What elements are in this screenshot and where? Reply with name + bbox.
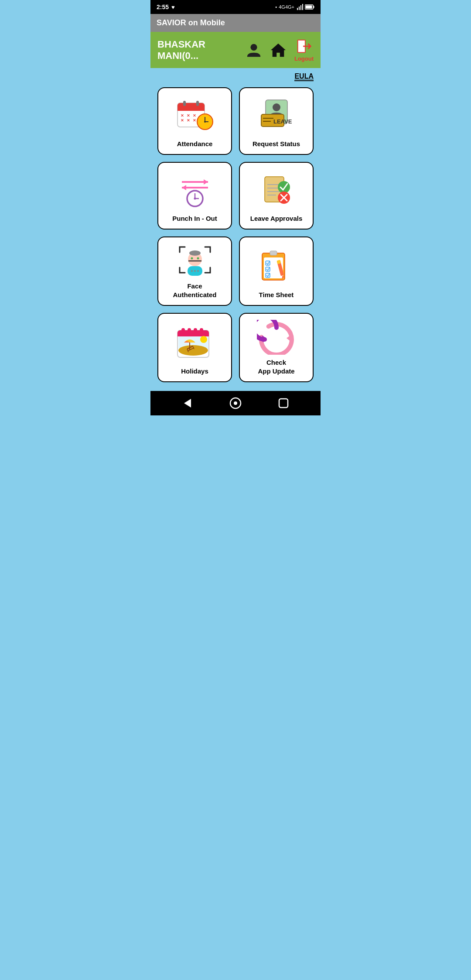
svg-marker-1 xyxy=(300,5,301,10)
svg-point-29 xyxy=(273,103,280,111)
svg-marker-2 xyxy=(299,7,300,10)
punch-in-out-icon-container xyxy=(163,169,227,211)
signal-strength: 4G4G+ xyxy=(279,4,294,10)
svg-point-7 xyxy=(250,44,257,50)
holidays-label: Holidays xyxy=(181,367,208,376)
svg-text:✕: ✕ xyxy=(193,118,196,123)
check-app-update-icon-container xyxy=(244,320,308,355)
eula-link[interactable]: EULA xyxy=(294,72,314,81)
leave-approvals-icon-container xyxy=(244,169,308,211)
svg-marker-0 xyxy=(302,4,303,10)
svg-rect-6 xyxy=(306,6,312,9)
svg-rect-74 xyxy=(194,328,197,333)
check-app-update-icon xyxy=(257,320,296,355)
main-content: EULA ✕ ✕ ✕ ✕ ✕ xyxy=(150,68,321,391)
menu-item-holidays[interactable]: Holidays xyxy=(157,313,232,382)
person-icon xyxy=(246,42,262,58)
menu-item-attendance[interactable]: ✕ ✕ ✕ ✕ ✕ ✕ Attendance xyxy=(157,87,232,155)
dot-indicator: • xyxy=(275,4,277,10)
back-button[interactable] xyxy=(181,397,194,409)
profile-button[interactable] xyxy=(246,42,262,58)
svg-rect-75 xyxy=(200,328,203,333)
home-nav-button[interactable] xyxy=(229,397,242,409)
attendance-icon: ✕ ✕ ✕ ✕ ✕ ✕ xyxy=(175,98,215,133)
svg-marker-8 xyxy=(271,43,286,56)
svg-rect-14 xyxy=(177,108,205,111)
leave-approvals-icon xyxy=(257,172,296,207)
logout-label: Logout xyxy=(294,55,314,62)
svg-text:✕: ✕ xyxy=(181,118,184,123)
leave-approvals-label: Leave Approvals xyxy=(250,214,303,223)
face-authenticated-label: Face Authenticated xyxy=(173,282,216,299)
time-display: 2:55 xyxy=(157,3,169,10)
menu-item-check-app-update[interactable]: Check App Update xyxy=(239,313,314,382)
status-bar: 2:55 ♥ • 4G4G+ xyxy=(150,0,321,14)
svg-rect-61 xyxy=(270,251,277,255)
svg-rect-15 xyxy=(183,101,186,106)
attendance-label: Attendance xyxy=(177,140,213,148)
heart-icon: ♥ xyxy=(171,4,175,10)
logout-button[interactable]: Logout xyxy=(294,38,314,62)
signal-icon xyxy=(296,4,303,10)
holidays-icon xyxy=(175,324,215,359)
punch-in-out-label: Punch In - Out xyxy=(172,214,217,223)
recents-icon xyxy=(277,397,290,409)
attendance-icon-container: ✕ ✕ ✕ ✕ ✕ ✕ xyxy=(163,94,227,136)
svg-point-56 xyxy=(189,250,201,256)
user-name: BHASKAR MANI(0... xyxy=(157,39,246,62)
holidays-icon-container xyxy=(163,320,227,363)
svg-text:✕: ✕ xyxy=(187,113,190,118)
svg-marker-35 xyxy=(204,179,208,185)
menu-item-punch-in-out[interactable]: Punch In - Out xyxy=(157,162,232,230)
bottom-nav xyxy=(150,391,321,415)
svg-point-54 xyxy=(197,270,199,272)
svg-point-53 xyxy=(194,270,196,272)
time-sheet-icon-container xyxy=(244,243,308,287)
svg-marker-86 xyxy=(184,399,191,408)
green-header: BHASKAR MANI(0... Logout xyxy=(150,32,321,68)
menu-grid: ✕ ✕ ✕ ✕ ✕ ✕ Attendance xyxy=(157,87,314,382)
status-left: 2:55 ♥ xyxy=(157,3,175,10)
face-authenticated-icon-container xyxy=(163,243,227,278)
svg-point-52 xyxy=(191,270,193,272)
check-app-update-label: Check App Update xyxy=(258,358,294,375)
app-title: SAVIOR on Mobile xyxy=(157,18,225,27)
svg-point-58 xyxy=(197,257,199,260)
status-right: • 4G4G+ xyxy=(275,4,314,10)
svg-rect-89 xyxy=(279,399,288,408)
time-sheet-icon xyxy=(257,248,296,283)
app-title-bar: SAVIOR on Mobile xyxy=(150,14,321,32)
menu-item-face-authenticated[interactable]: Face Authenticated xyxy=(157,236,232,306)
svg-marker-3 xyxy=(297,8,298,10)
back-icon xyxy=(181,397,194,409)
svg-rect-5 xyxy=(314,6,314,8)
svg-rect-73 xyxy=(188,328,191,333)
header-icons: Logout xyxy=(246,38,314,62)
eula-row: EULA xyxy=(157,72,314,81)
menu-item-leave-approvals[interactable]: Leave Approvals xyxy=(239,162,314,230)
svg-point-78 xyxy=(200,336,207,343)
svg-text:✕: ✕ xyxy=(181,113,184,118)
punch-in-out-icon xyxy=(175,172,215,207)
svg-point-47 xyxy=(278,181,290,193)
menu-item-time-sheet[interactable]: Time Sheet xyxy=(239,236,314,306)
circle-icon xyxy=(229,397,242,409)
svg-point-88 xyxy=(234,401,237,405)
svg-text:✕: ✕ xyxy=(187,118,190,123)
recents-button[interactable] xyxy=(277,397,290,409)
svg-marker-37 xyxy=(182,185,186,190)
menu-item-request-status[interactable]: LEAVE Request Status xyxy=(239,87,314,155)
svg-text:LEAVE: LEAVE xyxy=(273,118,292,125)
battery-icon xyxy=(305,4,314,10)
request-status-label: Request Status xyxy=(253,140,300,148)
logout-icon xyxy=(296,38,312,55)
home-button[interactable] xyxy=(270,42,287,58)
svg-rect-16 xyxy=(196,101,199,106)
face-authenticated-icon xyxy=(175,243,215,278)
svg-rect-72 xyxy=(181,328,185,333)
request-status-icon-container: LEAVE xyxy=(244,94,308,136)
home-icon xyxy=(270,42,287,58)
time-sheet-label: Time Sheet xyxy=(259,291,294,299)
request-status-icon: LEAVE xyxy=(257,98,296,133)
svg-text:✕: ✕ xyxy=(193,113,196,118)
